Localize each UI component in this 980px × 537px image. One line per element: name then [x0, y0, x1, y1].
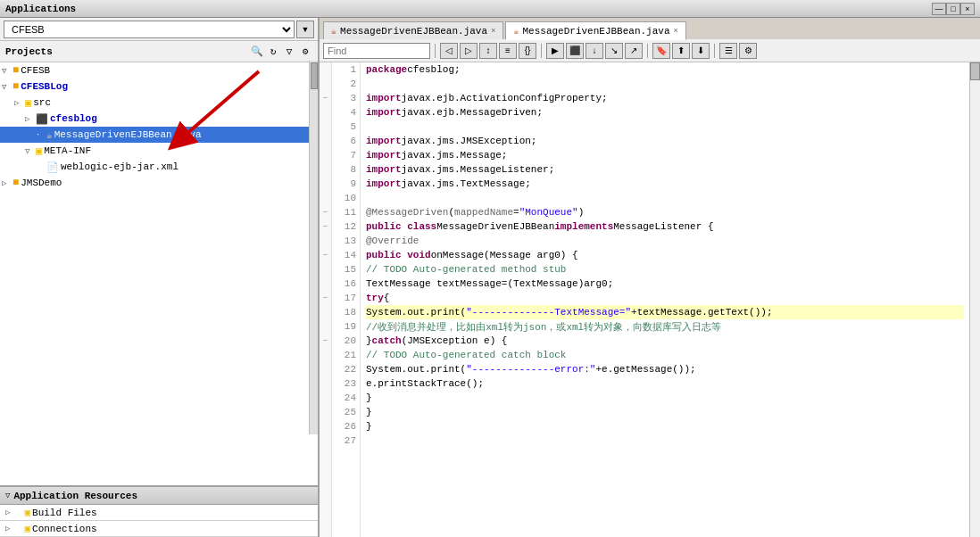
projects-label: Projects: [5, 46, 53, 57]
section-label: Build Files: [32, 508, 97, 518]
dropdown-arrow-button[interactable]: ▼: [296, 21, 314, 38]
format-btn[interactable]: ☰: [719, 43, 737, 59]
folder-icon: ▣: [36, 145, 42, 158]
project-icon: ■: [12, 177, 19, 189]
toolbar-separator-2: [541, 44, 542, 58]
tree-item-mdb-java[interactable]: · ☕ MessageDrivenEJBBean.java: [0, 127, 318, 143]
restore-button[interactable]: □: [946, 3, 960, 15]
expand-icon: ▽: [2, 66, 12, 76]
diff-btn[interactable]: ≡: [499, 43, 517, 59]
tree-item-cfesblog[interactable]: ▽ ■ CFESBLog: [0, 78, 318, 95]
code-line-18: System.out.print("--------------TextMess…: [366, 305, 964, 319]
bottom-sections: ▽ Application Resources ▷ ▣ Build Files …: [0, 485, 318, 537]
project-dropdown[interactable]: CFESB: [4, 21, 295, 38]
section-label: Connections: [32, 524, 97, 534]
prev-bookmark-btn[interactable]: ⬆: [672, 43, 690, 59]
folder-icon: ▣: [25, 96, 31, 110]
forward-btn[interactable]: ▷: [460, 43, 478, 59]
tab-close-icon[interactable]: ×: [491, 27, 495, 36]
back-btn[interactable]: ◁: [440, 43, 458, 59]
code-line-23: e.printStackTrace();: [366, 376, 964, 391]
toggle-btn[interactable]: ↕: [479, 43, 497, 59]
tree-area: ▽ ■ CFESB ▽ ■ CFESBLog ▷ ▣ src: [0, 62, 318, 485]
minimize-button[interactable]: —: [932, 3, 946, 15]
tree-label: META-INF: [44, 145, 91, 156]
toolbar-separator-3: [647, 44, 648, 58]
tree-item-cfesblog-pkg[interactable]: ▷ ⬛ cfesblog: [0, 111, 318, 127]
step-in-btn[interactable]: ↘: [605, 43, 623, 59]
code-line-16: TextMessage textMessage=(TextMessage)arg…: [366, 277, 964, 291]
code-editor[interactable]: − − − − − −: [320, 62, 980, 537]
app-title: Applications: [5, 4, 932, 14]
right-scrollbar[interactable]: [969, 62, 980, 537]
expand-icon: ▷: [25, 114, 36, 124]
app-resources-header[interactable]: ▽ Application Resources: [0, 487, 318, 505]
tree-item-jmsdemo[interactable]: ▷ ■ JMSDemo: [0, 175, 318, 191]
code-line-14: public void onMessage(Message arg0) {: [366, 248, 964, 262]
tree-label: JMSDemo: [21, 178, 62, 188]
left-scrollbar[interactable]: [309, 61, 318, 434]
code-content[interactable]: package cfesblog; import javax.ejb.Activ…: [361, 62, 969, 537]
java-file-icon: ☕: [46, 129, 53, 141]
expand-icon: ▽: [5, 491, 10, 500]
expand-icon: ·: [36, 130, 46, 139]
tree-item-weblogic-xml[interactable]: · 📄 weblogic-ejb-jar.xml: [0, 159, 318, 175]
gutter: − − − − − −: [320, 62, 332, 537]
sync-icon[interactable]: ↻: [266, 45, 280, 59]
section-label: Application Resources: [13, 491, 137, 501]
left-panel: CFESB ▼ Projects 🔍 ↻ ▽ ⚙ ▽ ■: [0, 18, 320, 537]
step-out-btn[interactable]: ↗: [625, 43, 643, 59]
code-line-6: import javax.jms.JMSException;: [366, 134, 964, 148]
next-bookmark-btn[interactable]: ⬇: [692, 43, 710, 59]
tab-bar: ☕ MessageDrivenEJBBean.java × ☕ MessageD…: [320, 18, 980, 39]
code-line-11: @MessageDriven(mappedName = "MonQueue"): [366, 205, 964, 219]
code-line-22: System.out.print("--------------error:"+…: [366, 362, 964, 376]
expand-icon: ▷: [5, 524, 10, 533]
project-icon: ■: [12, 80, 19, 93]
code-line-20: } catch (JMSException e) {: [366, 334, 964, 348]
code-line-4: import javax.ejb.MessageDriven;: [366, 105, 964, 120]
code-line-7: import javax.jms.Message;: [366, 148, 964, 162]
expand-icon: ▷: [14, 98, 25, 108]
expand-icon: ▷: [5, 508, 10, 517]
tab-close-icon[interactable]: ×: [674, 27, 678, 36]
find-input[interactable]: [323, 43, 430, 59]
code-line-27: [366, 434, 964, 448]
tree-label: cfesblog: [50, 113, 97, 124]
tree-item-metainf[interactable]: ▽ ▣ META-INF: [0, 143, 318, 159]
project-icon: ■: [12, 64, 19, 77]
step-btn[interactable]: ↓: [586, 43, 603, 59]
close-button[interactable]: ×: [960, 3, 975, 15]
code-line-3: import javax.ejb.ActivationConfigPropert…: [366, 91, 964, 105]
line-numbers: 1 2 3 4 5 6 7 8 9 10 11 12 13 14 15 16 1: [332, 62, 361, 537]
tree-item-cfesb[interactable]: ▽ ■ CFESB: [0, 62, 318, 78]
code-line-9: import javax.jms.TextMessage;: [366, 177, 964, 191]
title-bar: Applications — □ ×: [0, 0, 980, 18]
search-icon[interactable]: 🔍: [250, 45, 264, 59]
projects-bar: Projects 🔍 ↻ ▽ ⚙: [0, 41, 318, 62]
expand-icon: ▷: [2, 178, 12, 188]
expand-icon: ▽: [25, 146, 36, 156]
folder-icon: ▣: [24, 507, 30, 518]
tree-item-src[interactable]: ▷ ▣ src: [0, 95, 318, 111]
run-btn[interactable]: ▶: [546, 43, 564, 59]
tab-2-active[interactable]: ☕ MessageDrivenEJBBean.java ×: [505, 21, 685, 40]
right-panel: ☕ MessageDrivenEJBBean.java × ☕ MessageD…: [320, 18, 980, 537]
bookmark-btn[interactable]: 🔖: [652, 43, 670, 59]
brace-btn[interactable]: {}: [519, 43, 536, 59]
code-line-2: [366, 77, 964, 91]
filter-icon[interactable]: ▽: [282, 45, 296, 59]
tree-label: src: [33, 97, 51, 108]
tree-label: MessageDrivenEJBBean.java: [54, 129, 202, 140]
config-icon[interactable]: ⚙: [298, 45, 312, 59]
connections-header[interactable]: ▷ ▣ Connections: [0, 521, 318, 537]
project-dropdown-bar: CFESB ▼: [0, 18, 318, 41]
expand-icon: ·: [36, 162, 46, 171]
code-line-26: }: [366, 419, 964, 434]
build-files-header[interactable]: ▷ ▣ Build Files: [0, 505, 318, 521]
tab-1[interactable]: ☕ MessageDrivenEJBBean.java ×: [323, 21, 503, 39]
debug-btn[interactable]: ⬛: [566, 43, 584, 59]
code-line-25: }: [366, 405, 964, 419]
code-line-17: try {: [366, 291, 964, 305]
settings-btn[interactable]: ⚙: [739, 43, 757, 59]
